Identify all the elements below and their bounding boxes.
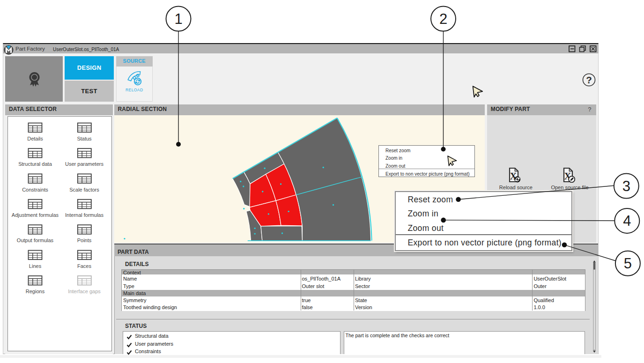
svg-text:2: 2	[439, 11, 447, 27]
svg-text:4: 4	[623, 213, 631, 229]
svg-text:5: 5	[624, 255, 632, 272]
svg-text:3: 3	[622, 178, 630, 194]
svg-text:1: 1	[174, 11, 182, 27]
